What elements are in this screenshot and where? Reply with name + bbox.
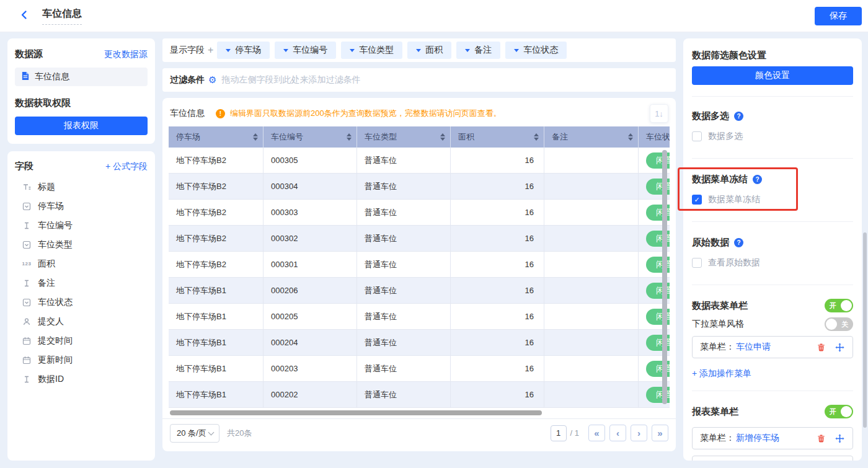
report-menu-toggle[interactable]: 开 (825, 405, 853, 418)
cell: 普通车位 (357, 382, 451, 407)
pagination-bar: 20 条/页 共20条 1 / 1 «‹›» (162, 418, 676, 447)
table-row[interactable]: 地下停车场B2000301普通车位16闲置 (169, 252, 670, 278)
table-menu-toggle[interactable]: 开 (825, 299, 853, 312)
datasource-item[interactable]: 车位信息 (15, 68, 148, 86)
cell: 000202 (264, 382, 357, 407)
table-row[interactable]: 地下停车场B1000204普通车位16闲置 (169, 330, 670, 356)
raw-data-checkbox[interactable] (692, 258, 702, 268)
move-icon[interactable] (834, 433, 845, 444)
add-display-field-button[interactable]: + (208, 45, 213, 56)
dropdown-caret-icon (514, 49, 519, 52)
table-row[interactable]: 地下停车场B2000303普通车位16闲置 (169, 200, 670, 226)
display-field-chip[interactable]: 车位类型 (341, 42, 402, 59)
menu-freeze-checkbox[interactable]: ✓ (692, 195, 702, 205)
multi-select-title: 数据多选 (692, 110, 729, 122)
help-icon[interactable]: ? (753, 175, 762, 184)
field-item[interactable]: 车位状态 (15, 293, 148, 312)
sort-carets-icon[interactable] (440, 133, 445, 141)
page-title: 车位信息 (42, 7, 82, 20)
filter-placeholder: 拖动左侧字段到此处来添加过滤条件 (221, 74, 360, 86)
field-item[interactable]: 停车场 (15, 196, 148, 216)
menu-item-row[interactable]: 菜单栏：新增停车位 (692, 456, 853, 461)
multi-select-checkbox-label: 数据多选 (708, 131, 743, 142)
sort-carets-icon[interactable] (534, 133, 539, 141)
help-icon[interactable]: ? (734, 112, 743, 121)
number-icon: 123 (21, 259, 32, 269)
display-fields-bar: 显示字段 + 停车场车位编号车位类型面积备注车位状态 (162, 38, 676, 62)
move-icon[interactable] (834, 342, 845, 353)
dropdown-caret-icon (283, 49, 288, 52)
table-row[interactable]: 地下停车场B2000305普通车位16闲置 (169, 148, 670, 174)
trash-icon[interactable] (815, 433, 826, 444)
column-header[interactable]: 停车场 (169, 126, 264, 148)
display-field-chip[interactable]: 停车场 (217, 42, 270, 59)
first-page-button[interactable]: « (588, 425, 605, 441)
table-row[interactable]: 地下停车场B2000302普通车位16闲置 (169, 226, 670, 252)
cell: 16 (451, 226, 544, 251)
menu-item-row[interactable]: 菜单栏：车位申请 (692, 336, 853, 358)
back-button[interactable] (16, 8, 32, 24)
field-item[interactable]: 123面积 (15, 254, 148, 273)
sort-carets-icon[interactable] (347, 133, 352, 141)
field-item[interactable]: 提交人 (15, 312, 148, 331)
page-number-input[interactable]: 1 (551, 425, 567, 441)
display-field-chip[interactable]: 车位状态 (505, 42, 567, 59)
display-field-chip[interactable]: 车位编号 (275, 42, 336, 59)
column-header[interactable]: 面积 (451, 126, 544, 148)
last-page-button[interactable]: » (652, 425, 668, 441)
next-page-button[interactable]: › (631, 425, 647, 441)
field-item[interactable]: 备注 (15, 273, 148, 293)
sort-carets-icon[interactable] (253, 133, 258, 141)
table-body: 地下停车场B2000305普通车位16闲置地下停车场B2000304普通车位16… (169, 148, 670, 408)
table-row[interactable]: 地下停车场B1000206普通车位16闲置 (169, 278, 670, 304)
page-total: / 1 (570, 428, 579, 438)
color-setting-button[interactable]: 颜色设置 (692, 66, 853, 85)
report-permission-button[interactable]: 报表权限 (15, 117, 148, 135)
help-icon[interactable]: ? (734, 238, 743, 247)
field-item[interactable]: 车位类型 (15, 235, 148, 254)
gear-icon[interactable]: ⚙ (208, 74, 216, 86)
menu-item-row[interactable]: 菜单栏：新增停车场 (692, 427, 853, 449)
save-button[interactable]: 保存 (815, 7, 862, 25)
column-header[interactable]: 车位状态 (639, 126, 670, 148)
table-row[interactable]: 地下停车场B2000304普通车位16闲置 (169, 174, 670, 200)
add-menu-link[interactable]: + 添加操作菜单 (692, 368, 751, 379)
field-item[interactable]: 更新时间 (15, 350, 148, 369)
page-size-select[interactable]: 20 条/页 (170, 424, 219, 443)
cell: 普通车位 (357, 330, 451, 355)
horizontal-scrollbar-thumb[interactable] (170, 410, 542, 415)
prev-page-button[interactable]: ‹ (609, 425, 626, 441)
trash-icon[interactable] (815, 342, 826, 353)
cell (544, 304, 639, 329)
pagination-nav: «‹›» (584, 425, 668, 441)
dropdown-style-toggle[interactable]: 关 (825, 317, 853, 331)
field-item-label: 提交人 (38, 316, 64, 327)
cell: 000301 (264, 252, 357, 277)
column-header[interactable]: 备注 (544, 126, 639, 148)
cell: 地下停车场B2 (169, 148, 264, 173)
display-field-chips: 停车场车位编号车位类型面积备注车位状态 (217, 42, 567, 59)
page-scrollbar[interactable] (863, 232, 867, 428)
menu-freeze-checkbox-label: 数据菜单冻结 (708, 194, 760, 205)
field-item[interactable]: 车位编号 (15, 216, 148, 235)
field-item[interactable]: 提交时间 (15, 331, 148, 350)
column-header[interactable]: 车位类型 (357, 126, 451, 148)
formula-field-link[interactable]: + 公式字段 (105, 161, 148, 172)
multi-select-checkbox[interactable] (692, 131, 702, 141)
table-vertical-scrollbar[interactable] (662, 150, 667, 404)
sort-tool-button[interactable]: 1↓ (650, 104, 668, 123)
sort-carets-icon[interactable] (628, 133, 633, 141)
field-item[interactable]: 标题 (15, 177, 148, 196)
display-field-chip[interactable]: 备注 (456, 42, 500, 59)
field-item[interactable]: 数据ID (15, 369, 148, 389)
change-datasource-link[interactable]: 更改数据源 (104, 49, 148, 60)
cell: 000304 (264, 174, 357, 199)
table-row[interactable]: 地下停车场B1000202普通车位16闲置 (169, 382, 670, 408)
column-header[interactable]: 车位编号 (264, 126, 357, 148)
table-row[interactable]: 地下停车场B1000205普通车位16闲置 (169, 304, 670, 330)
display-field-chip[interactable]: 面积 (407, 42, 451, 59)
cell (544, 174, 639, 199)
chip-label: 面积 (425, 45, 443, 56)
table-row[interactable]: 地下停车场B1000203普通车位16闲置 (169, 356, 670, 382)
cell (544, 356, 639, 381)
